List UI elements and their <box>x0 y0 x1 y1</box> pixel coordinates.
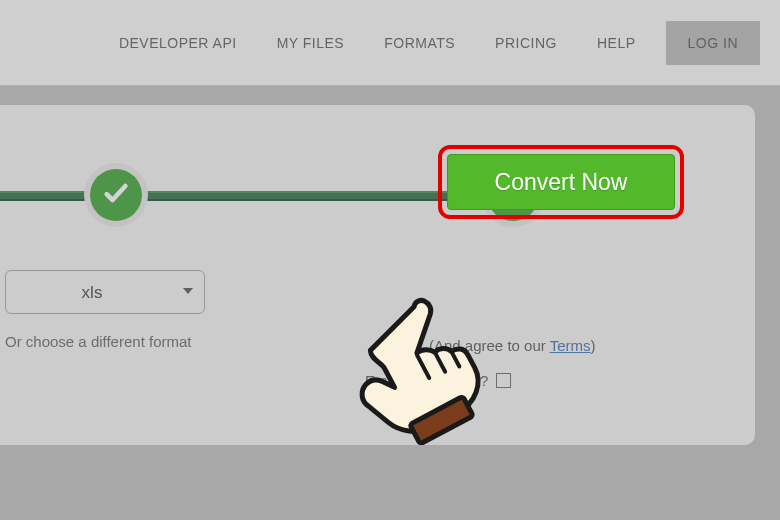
nav-developer-api[interactable]: DEVELOPER API <box>99 25 257 61</box>
nav-pricing[interactable]: PRICING <box>475 25 577 61</box>
email-when-done-label: Email when done? <box>365 372 488 389</box>
top-navbar: DEVELOPER API MY FILES FORMATS PRICING H… <box>0 0 780 86</box>
email-when-done-checkbox[interactable] <box>496 373 511 388</box>
agree-prefix: (And agree to our <box>429 337 550 354</box>
choose-different-format-text: Or choose a different format <box>5 333 191 350</box>
step-1-complete <box>90 169 142 221</box>
convert-now-button[interactable]: Convert Now <box>447 154 675 210</box>
format-select-wrap: xls <box>5 270 205 314</box>
checkmark-icon <box>102 179 130 211</box>
format-select[interactable]: xls <box>5 270 205 314</box>
convert-button-label: Convert Now <box>495 169 628 196</box>
login-button[interactable]: LOG IN <box>666 21 760 65</box>
agree-suffix: ) <box>590 337 595 354</box>
agree-text: (And agree to our Terms) <box>429 337 595 354</box>
terms-link[interactable]: Terms <box>550 337 591 354</box>
nav-my-files[interactable]: MY FILES <box>257 25 365 61</box>
nav-help[interactable]: HELP <box>577 25 656 61</box>
nav-links: DEVELOPER API MY FILES FORMATS PRICING H… <box>99 21 760 65</box>
nav-formats[interactable]: FORMATS <box>364 25 475 61</box>
convert-highlight-frame: Convert Now <box>438 145 684 219</box>
email-when-done-row: Email when done? <box>365 372 511 389</box>
